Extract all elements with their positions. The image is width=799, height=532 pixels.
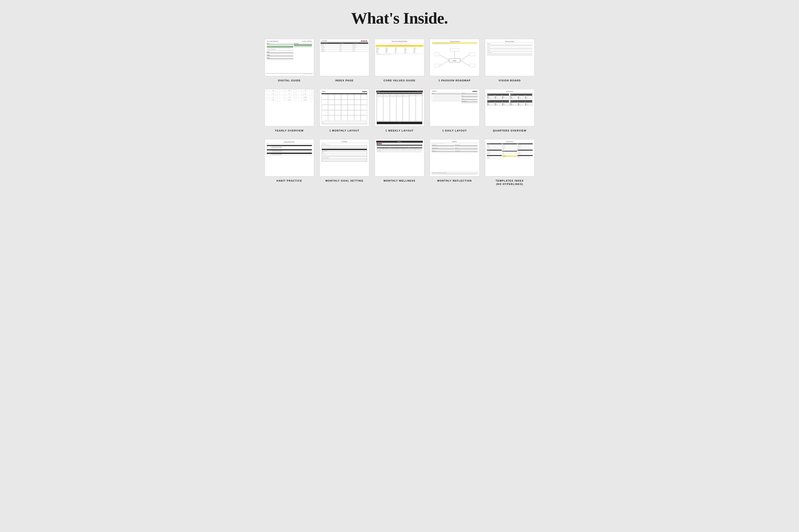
label-passion-roadmap: 1 PASSION ROADMAP — [438, 79, 471, 82]
preview-wellness: Wellness ← → ✕ Month: ___ MONTHLY WELLNE… — [375, 139, 424, 176]
svg-line-6 — [460, 55, 469, 60]
label-index-page: INDEX PAGE — [335, 79, 354, 82]
grid-item-reflection: Reflection MONTH: ___ DOING THIS THING &… — [430, 139, 479, 186]
preview-weekly: Week of ___ ← → ✕ MON — [375, 89, 424, 126]
grid-item-wellness: Wellness ← → ✕ Month: ___ MONTHLY WELLNE… — [375, 139, 424, 186]
preview-passion-roadmap: Your Passion Roadmap IT'S OKAY IF SOMETH… — [430, 39, 479, 76]
label-templates: TEMPLATES INDEX (NO HYPERLINKS) — [496, 179, 524, 186]
label-yearly: YEARLY OVERVIEW — [275, 129, 304, 132]
preview-reflection: Reflection MONTH: ___ DOING THIS THING &… — [430, 139, 479, 176]
label-goal: MONTHLY GOAL SETTING — [325, 179, 363, 183]
preview-index-page: ★ Index Page ← → ✕ Planner Overview Page… — [320, 39, 369, 76]
svg-line-2 — [440, 55, 449, 60]
preview-quarters: Quarters Overview Quarter 1 JAN FEB MAR … — [485, 89, 534, 126]
preview-vision-board: Vibrant Vision Board 1. Visualize: 2. Cr… — [485, 39, 534, 76]
grid-item-quarters: Quarters Overview Quarter 1 JAN FEB MAR … — [485, 89, 534, 132]
label-reflection: MONTHLY REFLECTION — [437, 179, 472, 183]
svg-rect-3 — [434, 53, 440, 56]
label-vision-board: VISION BOARD — [498, 79, 521, 82]
preview-yearly: January S M T W T F S 1 23 4 — [265, 89, 314, 126]
grid-item-index-page: ★ Index Page ← → ✕ Planner Overview Page… — [320, 39, 369, 82]
label-daily: 1 DAILY LAYOUT — [442, 129, 467, 132]
label-digital-guide: DIGITAL GUIDE — [278, 79, 301, 82]
label-wellness: MONTHLY WELLNESS — [384, 179, 415, 183]
svg-text:TOPIC: TOPIC — [453, 60, 456, 61]
label-weekly: 1 WEEKLY LAYOUT — [385, 129, 414, 132]
grid-item-daily: Daily Planner ← → ✕ Schedule 6 AM 7 AM 8… — [430, 89, 479, 132]
grid-item-templates: Templates Index Goal Templates Goal Sett… — [485, 139, 534, 186]
svg-line-4 — [440, 60, 449, 66]
page-title: What's Inside. — [351, 9, 448, 27]
grid-item-yearly: January S M T W T F S 1 23 4 — [265, 89, 314, 132]
preview-monthly: Month of ___ ← → ✕ Sun Mon Tue Wed Thu F… — [320, 89, 369, 126]
grid-item-weekly: Week of ___ ← → ✕ MON — [375, 89, 424, 132]
preview-digital-guide: Passion Planner Digital Guide Icons Key … — [265, 39, 314, 76]
grid-item-vision-board: Vibrant Vision Board 1. Visualize: 2. Cr… — [485, 39, 534, 82]
items-grid: Passion Planner Digital Guide Icons Key … — [265, 39, 534, 186]
grid-item-monthly: Month of ___ ← → ✕ Sun Mon Tue Wed Thu F… — [320, 89, 369, 132]
svg-line-8 — [460, 60, 469, 66]
svg-rect-11 — [450, 49, 459, 52]
grid-item-digital-guide: Passion Planner Digital Guide Icons Key … — [265, 39, 314, 82]
svg-rect-7 — [470, 53, 475, 56]
label-monthly: 1 MONTHLY LAYOUT — [329, 129, 360, 132]
grid-item-passion-roadmap: Your Passion Roadmap IT'S OKAY IF SOMETH… — [430, 39, 479, 82]
label-habit: HABIT PRACTICE — [276, 179, 302, 183]
grid-item-core-values: Uncover Your Compass Core Values a short… — [375, 39, 424, 82]
preview-goal: Goal Setting Monthly Focus What is your … — [320, 139, 369, 176]
preview-templates: Templates Index Goal Templates Goal Sett… — [485, 139, 534, 176]
grid-item-goal: Goal Setting Monthly Focus What is your … — [320, 139, 369, 186]
label-quarters: QUARTERS OVERVIEW — [493, 129, 526, 132]
preview-habit: Quarterly Habit Practice Quarter: ___ HA… — [265, 139, 314, 176]
svg-rect-5 — [434, 64, 440, 67]
label-core-values: CORE VALUES GUIDE — [383, 79, 415, 82]
preview-daily: Daily Planner ← → ✕ Schedule 6 AM 7 AM 8… — [430, 89, 479, 126]
svg-rect-9 — [470, 64, 475, 67]
grid-item-habit: Quarterly Habit Practice Quarter: ___ HA… — [265, 139, 314, 186]
preview-core-values: Uncover Your Compass Core Values a short… — [375, 39, 424, 76]
